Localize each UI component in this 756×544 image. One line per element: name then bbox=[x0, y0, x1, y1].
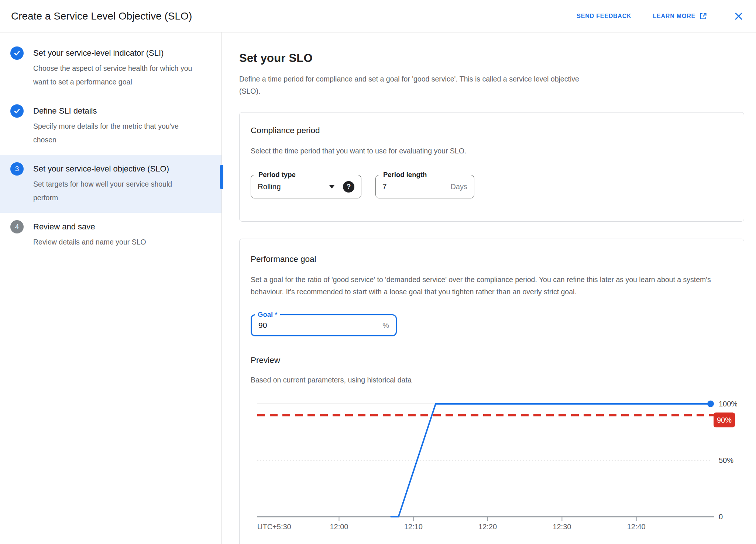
preview-subtitle: Based on current parameters, using histo… bbox=[251, 374, 736, 386]
goal-input[interactable] bbox=[258, 321, 379, 330]
compliance-period-card: Compliance period Select the time period… bbox=[239, 112, 744, 222]
svg-text:12:10: 12:10 bbox=[404, 523, 423, 531]
svg-text:50%: 50% bbox=[719, 456, 733, 464]
page-title: Set your SLO bbox=[239, 52, 744, 65]
close-button[interactable] bbox=[733, 11, 744, 22]
page-description: Define a time period for compliance and … bbox=[239, 73, 588, 97]
step-4-title: Review and save bbox=[33, 220, 146, 233]
period-type-label: Period type bbox=[255, 170, 299, 180]
step-3-description: Set targets for how well your service sh… bbox=[33, 177, 196, 205]
preview-title: Preview bbox=[251, 356, 736, 365]
step-item-set-slo[interactable]: 3 Set your service-level objective (SLO)… bbox=[0, 155, 221, 213]
step-4-number: 4 bbox=[15, 223, 19, 231]
compliance-fields-row: Period type Rolling ? Period length Days bbox=[251, 175, 733, 198]
svg-text:90%: 90% bbox=[717, 416, 732, 424]
performance-goal-description: Set a goal for the ratio of 'good servic… bbox=[251, 274, 734, 298]
step-1-title: Set your service-level indicator (SLI) bbox=[33, 46, 196, 60]
step-1-description: Choose the aspect of service health for … bbox=[33, 62, 196, 89]
preview-chart-wrap: 12:0012:1012:2012:3012:40UTC+5:30100%50%… bbox=[257, 396, 736, 540]
check-icon bbox=[13, 107, 21, 115]
performance-goal-card: Performance goal Set a goal for the rati… bbox=[239, 239, 744, 544]
step-3-circle: 3 bbox=[10, 162, 24, 176]
stepper-sidebar: Set your service-level indicator (SLI) C… bbox=[0, 32, 222, 544]
performance-goal-title: Performance goal bbox=[251, 254, 736, 264]
svg-text:12:30: 12:30 bbox=[553, 523, 571, 531]
svg-text:12:20: 12:20 bbox=[478, 523, 497, 531]
close-icon bbox=[733, 11, 744, 22]
learn-more-label: LEARN MORE bbox=[653, 13, 695, 20]
period-length-input[interactable] bbox=[382, 182, 447, 191]
svg-text:0: 0 bbox=[719, 513, 723, 521]
goal-field: Goal * % bbox=[251, 314, 397, 336]
header-actions: SEND FEEDBACK LEARN MORE bbox=[577, 11, 744, 22]
svg-text:100%: 100% bbox=[719, 400, 737, 408]
external-link-icon bbox=[699, 12, 707, 20]
step-2-title: Define SLI details bbox=[33, 104, 196, 118]
dialog-title: Create a Service Level Objective (SLO) bbox=[11, 10, 192, 22]
step-3-title: Set your service-level objective (SLO) bbox=[33, 162, 196, 176]
period-type-value: Rolling bbox=[258, 182, 281, 191]
step-item-set-sli[interactable]: Set your service-level indicator (SLI) C… bbox=[0, 39, 221, 97]
chevron-down-icon bbox=[329, 185, 335, 188]
compliance-period-description: Select the time period that you want to … bbox=[251, 145, 733, 157]
send-feedback-button[interactable]: SEND FEEDBACK bbox=[577, 13, 631, 20]
period-length-unit: Days bbox=[447, 183, 467, 191]
sidebar-scrollbar-thumb[interactable] bbox=[220, 165, 223, 189]
step-item-define-sli-details[interactable]: Define SLI details Specify more details … bbox=[0, 97, 221, 155]
goal-label: Goal * bbox=[255, 310, 280, 319]
svg-text:12:40: 12:40 bbox=[627, 523, 646, 531]
goal-unit: % bbox=[379, 321, 389, 330]
period-type-select[interactable]: Period type Rolling ? bbox=[251, 175, 361, 198]
period-length-label: Period length bbox=[380, 170, 430, 180]
step-4-description: Review details and name your SLO bbox=[33, 235, 146, 249]
send-feedback-label: SEND FEEDBACK bbox=[577, 13, 631, 20]
main-content: Set your SLO Define a time period for co… bbox=[222, 32, 756, 544]
step-2-description: Specify more details for the metric that… bbox=[33, 119, 196, 147]
svg-text:UTC+5:30: UTC+5:30 bbox=[257, 523, 291, 531]
check-icon bbox=[13, 49, 21, 57]
help-icon[interactable]: ? bbox=[343, 181, 354, 193]
learn-more-link[interactable]: LEARN MORE bbox=[653, 12, 707, 20]
step-2-circle bbox=[10, 104, 24, 118]
period-length-field: Period length Days bbox=[375, 175, 474, 198]
step-4-circle: 4 bbox=[10, 220, 24, 233]
svg-text:12:00: 12:00 bbox=[330, 523, 348, 531]
dialog-header: Create a Service Level Objective (SLO) S… bbox=[0, 0, 756, 32]
compliance-period-title: Compliance period bbox=[251, 126, 733, 135]
step-3-number: 3 bbox=[15, 165, 19, 173]
preview-chart: 12:0012:1012:2012:3012:40UTC+5:30100%50%… bbox=[257, 396, 737, 538]
step-item-review-save[interactable]: 4 Review and save Review details and nam… bbox=[0, 213, 221, 257]
step-1-circle bbox=[10, 46, 24, 60]
